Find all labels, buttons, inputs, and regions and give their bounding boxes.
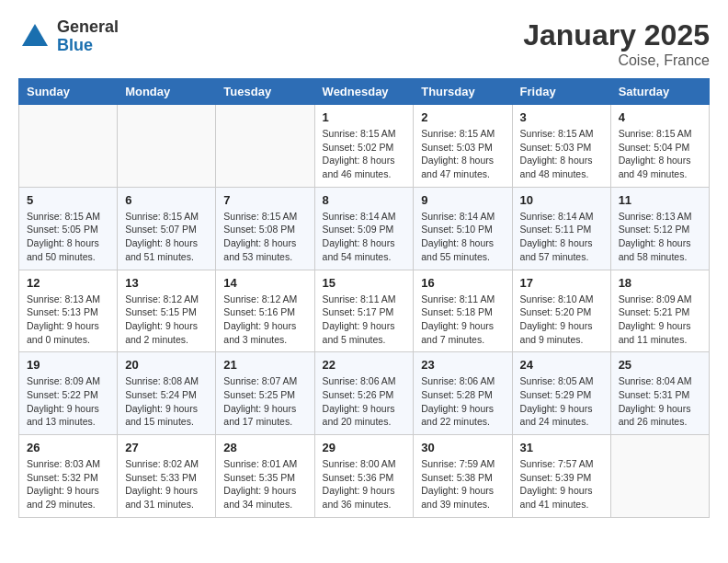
calendar-cell: 7Sunrise: 8:15 AM Sunset: 5:08 PM Daylig…	[216, 187, 314, 270]
day-number: 1	[323, 110, 406, 124]
calendar-cell: 6Sunrise: 8:15 AM Sunset: 5:07 PM Daylig…	[118, 187, 216, 270]
day-number: 10	[520, 193, 603, 207]
logo-text: General Blue	[57, 18, 119, 55]
day-info: Sunrise: 8:14 AM Sunset: 5:10 PM Dayligh…	[421, 210, 504, 264]
calendar-cell: 16Sunrise: 8:11 AM Sunset: 5:18 PM Dayli…	[414, 270, 512, 352]
day-number: 17	[520, 276, 603, 290]
day-info: Sunrise: 8:11 AM Sunset: 5:18 PM Dayligh…	[421, 293, 504, 347]
day-info: Sunrise: 8:00 AM Sunset: 5:36 PM Dayligh…	[323, 457, 406, 511]
day-number: 12	[27, 276, 109, 290]
day-number: 31	[520, 441, 603, 454]
calendar-cell: 5Sunrise: 8:15 AM Sunset: 5:05 PM Daylig…	[19, 187, 118, 270]
calendar-title: January 2025	[523, 18, 710, 52]
calendar-cell: 15Sunrise: 8:11 AM Sunset: 5:17 PM Dayli…	[314, 270, 414, 352]
day-number: 24	[520, 358, 603, 372]
weekday-header-monday: Monday	[118, 79, 216, 105]
day-number: 18	[619, 276, 701, 290]
day-info: Sunrise: 8:07 AM Sunset: 5:25 PM Dayligh…	[223, 374, 306, 429]
day-number: 5	[27, 193, 109, 207]
calendar-cell: 12Sunrise: 8:13 AM Sunset: 5:13 PM Dayli…	[19, 270, 118, 352]
svg-marker-0	[22, 24, 48, 46]
day-info: Sunrise: 8:15 AM Sunset: 5:08 PM Dayligh…	[223, 210, 306, 264]
day-info: Sunrise: 8:01 AM Sunset: 5:35 PM Dayligh…	[223, 457, 306, 511]
calendar-cell	[118, 105, 216, 188]
day-number: 4	[619, 110, 701, 124]
calendar-cell: 22Sunrise: 8:06 AM Sunset: 5:26 PM Dayli…	[314, 352, 414, 435]
calendar-cell: 14Sunrise: 8:12 AM Sunset: 5:16 PM Dayli…	[216, 270, 314, 352]
page-header: General Blue January 2025 Coise, France	[18, 18, 710, 69]
calendar-table: SundayMondayTuesdayWednesdayThursdayFrid…	[18, 78, 710, 518]
day-number: 8	[323, 193, 406, 207]
day-info: Sunrise: 7:59 AM Sunset: 5:38 PM Dayligh…	[421, 457, 504, 511]
weekday-header-friday: Friday	[512, 79, 610, 105]
day-number: 6	[125, 193, 208, 207]
day-info: Sunrise: 8:15 AM Sunset: 5:03 PM Dayligh…	[520, 127, 603, 181]
calendar-cell: 9Sunrise: 8:14 AM Sunset: 5:10 PM Daylig…	[414, 187, 512, 270]
day-number: 22	[323, 358, 406, 372]
calendar-cell: 24Sunrise: 8:05 AM Sunset: 5:29 PM Dayli…	[512, 352, 610, 435]
logo-icon	[18, 20, 51, 53]
day-info: Sunrise: 8:09 AM Sunset: 5:21 PM Dayligh…	[619, 293, 701, 347]
calendar-cell: 13Sunrise: 8:12 AM Sunset: 5:15 PM Dayli…	[118, 270, 216, 352]
day-number: 30	[421, 441, 504, 454]
day-info: Sunrise: 8:13 AM Sunset: 5:12 PM Dayligh…	[619, 210, 701, 264]
calendar-cell: 2Sunrise: 8:15 AM Sunset: 5:03 PM Daylig…	[414, 105, 512, 188]
logo: General Blue	[18, 18, 119, 55]
day-info: Sunrise: 8:15 AM Sunset: 5:03 PM Dayligh…	[421, 127, 504, 181]
calendar-week-row: 12Sunrise: 8:13 AM Sunset: 5:13 PM Dayli…	[19, 270, 710, 352]
calendar-cell: 3Sunrise: 8:15 AM Sunset: 5:03 PM Daylig…	[512, 105, 610, 188]
logo-general: General	[57, 18, 119, 37]
calendar-week-row: 1Sunrise: 8:15 AM Sunset: 5:02 PM Daylig…	[19, 105, 710, 188]
day-number: 11	[619, 193, 701, 207]
calendar-cell: 27Sunrise: 8:02 AM Sunset: 5:33 PM Dayli…	[118, 435, 216, 518]
weekday-header-thursday: Thursday	[414, 79, 512, 105]
day-number: 9	[421, 193, 504, 207]
logo-blue: Blue	[57, 37, 119, 55]
day-number: 25	[619, 358, 701, 372]
day-info: Sunrise: 8:14 AM Sunset: 5:09 PM Dayligh…	[323, 210, 406, 264]
calendar-week-row: 5Sunrise: 8:15 AM Sunset: 5:05 PM Daylig…	[19, 187, 710, 270]
weekday-header-wednesday: Wednesday	[314, 79, 414, 105]
day-info: Sunrise: 8:05 AM Sunset: 5:29 PM Dayligh…	[520, 374, 603, 429]
day-info: Sunrise: 8:15 AM Sunset: 5:05 PM Dayligh…	[27, 210, 109, 264]
day-info: Sunrise: 8:06 AM Sunset: 5:28 PM Dayligh…	[421, 374, 504, 429]
calendar-cell: 11Sunrise: 8:13 AM Sunset: 5:12 PM Dayli…	[610, 187, 709, 270]
day-number: 7	[223, 193, 306, 207]
calendar-cell: 20Sunrise: 8:08 AM Sunset: 5:24 PM Dayli…	[118, 352, 216, 435]
calendar-cell: 18Sunrise: 8:09 AM Sunset: 5:21 PM Dayli…	[610, 270, 709, 352]
day-number: 29	[323, 441, 406, 454]
weekday-header-sunday: Sunday	[19, 79, 118, 105]
day-number: 2	[421, 110, 504, 124]
calendar-week-row: 19Sunrise: 8:09 AM Sunset: 5:22 PM Dayli…	[19, 352, 710, 435]
calendar-cell: 31Sunrise: 7:57 AM Sunset: 5:39 PM Dayli…	[512, 435, 610, 518]
day-info: Sunrise: 8:15 AM Sunset: 5:04 PM Dayligh…	[619, 127, 701, 181]
day-number: 19	[27, 358, 109, 372]
day-number: 14	[223, 276, 306, 290]
calendar-cell: 8Sunrise: 8:14 AM Sunset: 5:09 PM Daylig…	[314, 187, 414, 270]
day-number: 23	[421, 358, 504, 372]
day-info: Sunrise: 8:09 AM Sunset: 5:22 PM Dayligh…	[27, 374, 109, 429]
title-block: January 2025 Coise, France	[523, 18, 710, 69]
day-number: 20	[125, 358, 208, 372]
day-info: Sunrise: 8:13 AM Sunset: 5:13 PM Dayligh…	[27, 293, 109, 347]
calendar-cell: 29Sunrise: 8:00 AM Sunset: 5:36 PM Dayli…	[314, 435, 414, 518]
calendar-header-row: SundayMondayTuesdayWednesdayThursdayFrid…	[19, 79, 710, 105]
day-info: Sunrise: 7:57 AM Sunset: 5:39 PM Dayligh…	[520, 457, 603, 511]
day-info: Sunrise: 8:12 AM Sunset: 5:16 PM Dayligh…	[223, 293, 306, 347]
calendar-week-row: 26Sunrise: 8:03 AM Sunset: 5:32 PM Dayli…	[19, 435, 710, 518]
day-number: 27	[125, 441, 208, 454]
calendar-subtitle: Coise, France	[523, 52, 710, 69]
calendar-cell: 23Sunrise: 8:06 AM Sunset: 5:28 PM Dayli…	[414, 352, 512, 435]
calendar-cell	[216, 105, 314, 188]
calendar-cell: 17Sunrise: 8:10 AM Sunset: 5:20 PM Dayli…	[512, 270, 610, 352]
calendar-cell: 19Sunrise: 8:09 AM Sunset: 5:22 PM Dayli…	[19, 352, 118, 435]
day-info: Sunrise: 8:08 AM Sunset: 5:24 PM Dayligh…	[125, 374, 208, 429]
calendar-cell	[610, 435, 709, 518]
weekday-header-tuesday: Tuesday	[216, 79, 314, 105]
day-info: Sunrise: 8:10 AM Sunset: 5:20 PM Dayligh…	[520, 293, 603, 347]
calendar-cell: 25Sunrise: 8:04 AM Sunset: 5:31 PM Dayli…	[610, 352, 709, 435]
day-number: 26	[27, 441, 109, 454]
day-number: 3	[520, 110, 603, 124]
day-info: Sunrise: 8:11 AM Sunset: 5:17 PM Dayligh…	[323, 293, 406, 347]
calendar-cell: 30Sunrise: 7:59 AM Sunset: 5:38 PM Dayli…	[414, 435, 512, 518]
